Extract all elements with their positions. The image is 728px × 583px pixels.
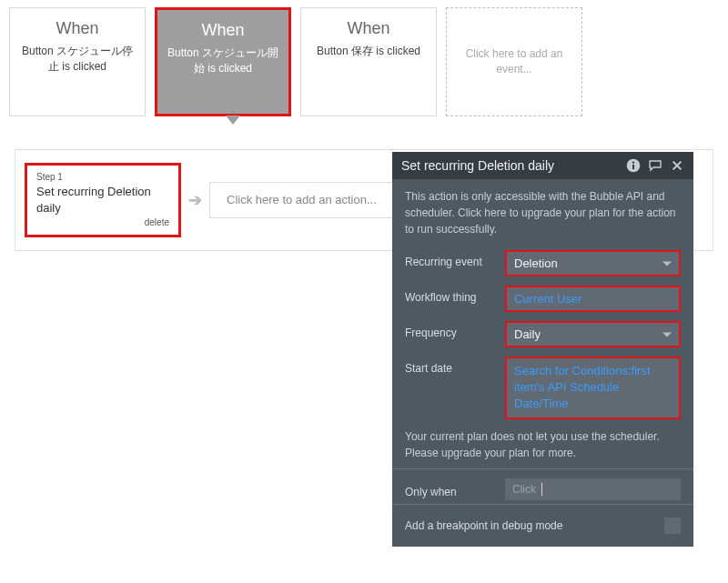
label-only-when: Only when (405, 480, 496, 498)
when-heading: When (201, 19, 244, 42)
field-workflow-thing[interactable]: Current User (505, 286, 681, 312)
arrow-right-icon: ➔ (188, 190, 202, 210)
field-start-date-value: Search for Conditions:first item's API S… (514, 364, 651, 410)
divider (392, 468, 693, 469)
svg-point-1 (632, 161, 634, 163)
action-type: delete (36, 216, 169, 229)
field-start-date[interactable]: Search for Conditions:first item's API S… (505, 357, 681, 419)
info-icon[interactable] (626, 158, 641, 173)
scheduler-warning: Your current plan does not let you use t… (405, 428, 681, 461)
field-frequency-value: Daily (514, 327, 541, 341)
label-recurring-event: Recurring event (405, 250, 496, 268)
close-icon[interactable] (670, 158, 684, 173)
field-only-when-value: Click (512, 483, 536, 496)
upgrade-note[interactable]: This action is only accessible with the … (405, 188, 681, 237)
field-workflow-thing-value: Current User (514, 292, 581, 306)
add-event-prompt: Click here to add an event... (454, 46, 574, 77)
chevron-down-icon (662, 332, 672, 337)
event-description: Button スケジュール開始 is clicked (165, 45, 281, 76)
field-frequency[interactable]: Daily (505, 321, 681, 347)
field-recurring-event-value: Deletion (514, 256, 558, 270)
property-editor-header: Set recurring Deletion daily (392, 152, 693, 179)
selected-event-caret-icon (226, 116, 240, 125)
add-action-placeholder[interactable]: Click here to add an action... (209, 182, 394, 218)
event-card-save[interactable]: When Button 保存 is clicked (300, 7, 437, 116)
event-description: Button スケジュール停止 is clicked (17, 44, 137, 75)
property-editor-title: Set recurring Deletion daily (401, 158, 626, 173)
workflow-events-row: When Button スケジュール停止 is clicked When But… (0, 0, 728, 124)
field-recurring-event[interactable]: Deletion (505, 250, 681, 276)
label-workflow-thing: Workflow thing (405, 286, 496, 304)
when-heading: When (56, 17, 98, 40)
row-start-date: Start date Search for Conditions:first i… (405, 357, 681, 419)
add-action-prompt: Click here to add an action... (227, 193, 377, 206)
divider (392, 504, 693, 505)
label-frequency: Frequency (405, 321, 496, 339)
svg-rect-2 (632, 165, 634, 169)
label-breakpoint: Add a breakpoint in debug mode (405, 519, 655, 532)
label-start-date: Start date (405, 357, 496, 375)
row-frequency: Frequency Daily (405, 321, 681, 347)
row-workflow-thing: Workflow thing Current User (405, 286, 681, 312)
row-only-when: Only when Click (405, 478, 681, 500)
row-breakpoint: Add a breakpoint in debug mode (405, 514, 681, 543)
property-editor-body: This action is only accessible with the … (392, 179, 693, 547)
property-editor-actions (626, 158, 684, 173)
breakpoint-checkbox[interactable] (664, 518, 681, 534)
row-recurring-event: Recurring event Deletion (405, 250, 681, 276)
action-step-1[interactable]: Step 1 Set recurring Deletion daily dele… (25, 163, 181, 237)
event-card-start[interactable]: When Button スケジュール開始 is clicked (155, 7, 291, 116)
event-card-stop[interactable]: When Button スケジュール停止 is clicked (9, 7, 146, 116)
add-event-placeholder[interactable]: Click here to add an event... (446, 7, 582, 116)
event-description: Button 保存 is clicked (317, 44, 420, 59)
field-only-when[interactable]: Click (505, 478, 681, 500)
action-title: Set recurring Deletion daily (36, 184, 169, 216)
property-editor-panel: Set recurring Deletion daily This action… (392, 152, 693, 547)
text-cursor-icon (541, 483, 542, 496)
step-label: Step 1 (36, 171, 169, 184)
when-heading: When (347, 17, 389, 40)
chevron-down-icon (662, 261, 672, 266)
comment-icon[interactable] (648, 158, 662, 173)
